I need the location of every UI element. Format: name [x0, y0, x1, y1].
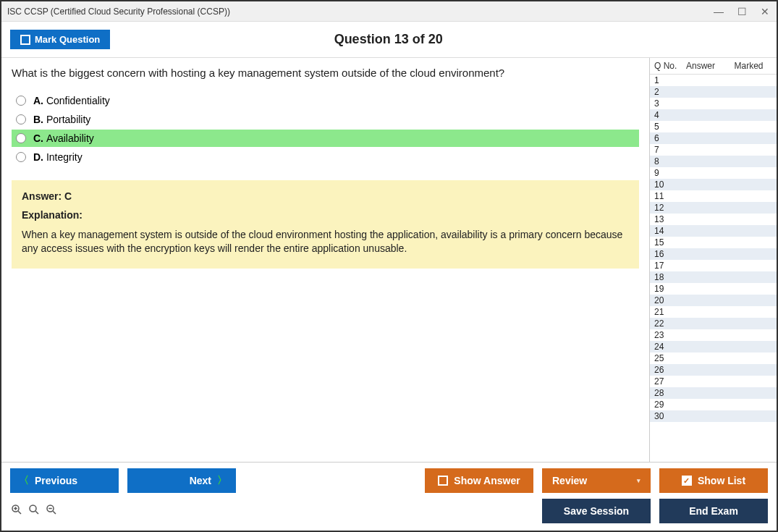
list-item[interactable]: 23	[650, 329, 777, 341]
zoom-in-icon[interactable]	[28, 503, 41, 520]
question-text: What is the biggest concern with hosting…	[12, 67, 639, 79]
next-button[interactable]: Next 〉	[127, 468, 236, 493]
svg-point-4	[30, 505, 36, 512]
chevron-right-icon: 〉	[217, 474, 227, 487]
end-exam-button[interactable]: End Exam	[659, 499, 768, 523]
radio-icon[interactable]	[16, 152, 26, 162]
list-item[interactable]: 7	[650, 144, 777, 156]
svg-line-1	[18, 511, 21, 514]
list-item[interactable]: 1	[650, 75, 777, 86]
list-item[interactable]: 20	[650, 295, 777, 306]
radio-icon[interactable]	[16, 133, 26, 143]
list-item[interactable]: 13	[650, 214, 777, 225]
zoom-out-icon[interactable]	[45, 503, 58, 520]
chevron-left-icon: 〈	[19, 474, 29, 487]
list-item[interactable]: 26	[650, 364, 777, 376]
zoom-reset-icon[interactable]	[10, 503, 23, 520]
choice-b[interactable]: B. Portability	[12, 111, 639, 128]
col-marked: Marked	[725, 61, 772, 71]
body: What is the biggest concern with hosting…	[1, 58, 777, 462]
zoom-controls	[10, 503, 58, 520]
titlebar: ISC CCSP (Certified Cloud Security Profe…	[1, 1, 777, 22]
list-item[interactable]: 25	[650, 352, 777, 364]
list-item[interactable]: 19	[650, 283, 777, 295]
choice-c[interactable]: C. Availability	[12, 130, 639, 147]
show-list-button[interactable]: ✓ Show List	[659, 468, 768, 493]
question-list[interactable]: 1234567891011121314151617181920212223242…	[650, 75, 777, 462]
radio-icon[interactable]	[16, 114, 26, 124]
show-answer-label: Show Answer	[454, 475, 520, 486]
list-item[interactable]: 22	[650, 318, 777, 329]
list-item[interactable]: 2	[650, 86, 777, 98]
choice-label: D. Integrity	[33, 151, 83, 163]
app-window: ISC CCSP (Certified Cloud Security Profe…	[0, 0, 778, 532]
window-title: ISC CCSP (Certified Cloud Security Profe…	[7, 7, 230, 17]
radio-icon[interactable]	[16, 96, 26, 106]
review-label: Review	[552, 475, 587, 486]
question-header: Mark Question Question 13 of 20	[1, 22, 777, 58]
list-item[interactable]: 15	[650, 237, 777, 248]
col-qno: Q No.	[654, 61, 686, 71]
list-item[interactable]: 8	[650, 156, 777, 167]
list-item[interactable]: 10	[650, 179, 777, 190]
list-item[interactable]: 16	[650, 248, 777, 260]
list-item[interactable]: 6	[650, 132, 777, 144]
save-session-button[interactable]: Save Session	[542, 499, 651, 523]
list-item[interactable]: 5	[650, 121, 777, 132]
svg-line-7	[53, 511, 56, 514]
choice-label: C. Availability	[33, 132, 94, 144]
list-item[interactable]: 14	[650, 225, 777, 237]
minimize-icon[interactable]: —	[713, 6, 724, 17]
close-icon[interactable]: ✕	[759, 6, 771, 17]
mark-question-label: Mark Question	[35, 34, 100, 45]
show-answer-button[interactable]: Show Answer	[425, 468, 533, 493]
explanation-label: Explanation:	[22, 209, 629, 221]
next-label: Next	[190, 475, 211, 486]
show-list-label: Show List	[698, 475, 745, 486]
list-item[interactable]: 28	[650, 387, 777, 399]
window-controls: — ☐ ✕	[713, 6, 771, 17]
end-exam-label: End Exam	[689, 505, 738, 517]
previous-label: Previous	[35, 475, 77, 486]
list-item[interactable]: 4	[650, 109, 777, 121]
chevron-down-icon: ▾	[637, 477, 640, 484]
save-session-label: Save Session	[564, 505, 629, 517]
list-item[interactable]: 17	[650, 260, 777, 271]
question-list-header: Q No. Answer Marked	[650, 58, 777, 75]
question-pane: What is the biggest concern with hosting…	[1, 58, 649, 462]
footer: 〈 Previous Next 〉 Show Answer Review ▾ ✓…	[1, 462, 777, 531]
list-item[interactable]: 11	[650, 190, 777, 202]
answer-line: Answer: C	[22, 190, 629, 202]
question-counter: Question 13 of 20	[110, 32, 667, 47]
choices-list: A. ConfidentialityB. PortabilityC. Avail…	[12, 92, 639, 166]
svg-line-5	[35, 511, 38, 514]
list-item[interactable]: 27	[650, 376, 777, 387]
list-item[interactable]: 21	[650, 306, 777, 318]
checkbox-icon	[438, 476, 448, 486]
choice-d[interactable]: D. Integrity	[12, 148, 639, 166]
mark-question-button[interactable]: Mark Question	[10, 30, 110, 49]
list-item[interactable]: 3	[650, 98, 777, 109]
checkbox-icon	[20, 35, 30, 45]
list-item[interactable]: 12	[650, 202, 777, 214]
review-button[interactable]: Review ▾	[542, 468, 651, 493]
list-item[interactable]: 9	[650, 167, 777, 179]
list-item[interactable]: 18	[650, 271, 777, 283]
list-item[interactable]: 24	[650, 341, 777, 352]
choice-label: B. Portability	[33, 114, 90, 125]
previous-button[interactable]: 〈 Previous	[10, 468, 119, 493]
maximize-icon[interactable]: ☐	[736, 6, 748, 17]
list-item[interactable]: 30	[650, 410, 777, 422]
list-item[interactable]: 29	[650, 399, 777, 410]
explanation-text: When a key management system is outside …	[22, 228, 629, 256]
col-answer: Answer	[686, 61, 725, 71]
choice-label: A. Confidentiality	[33, 95, 110, 106]
checkbox-checked-icon: ✓	[682, 476, 692, 486]
question-list-panel: Q No. Answer Marked 12345678910111213141…	[649, 58, 777, 462]
answer-box: Answer: C Explanation: When a key manage…	[12, 180, 639, 269]
choice-a[interactable]: A. Confidentiality	[12, 92, 639, 109]
